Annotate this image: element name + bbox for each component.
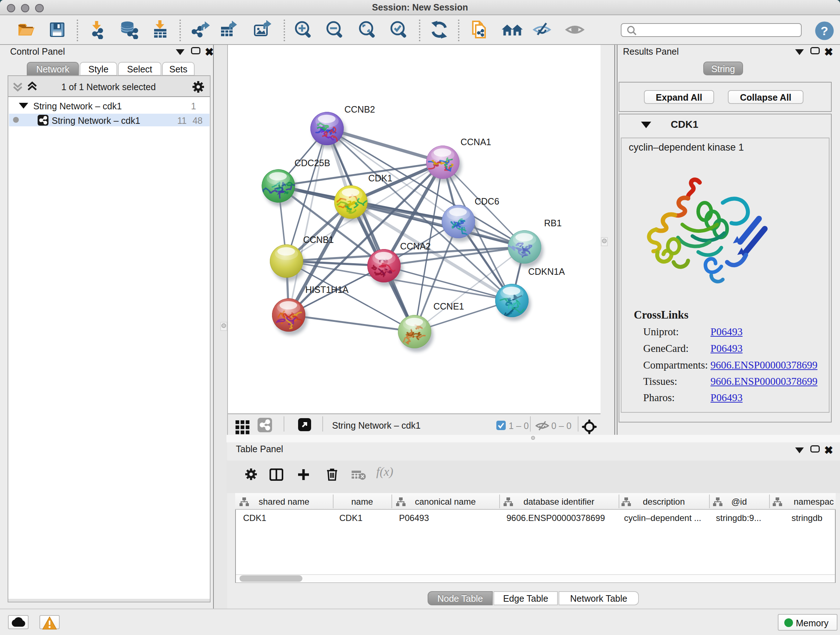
svg-text:CCNE1: CCNE1 <box>433 301 464 311</box>
svg-text:CDKN1A: CDKN1A <box>528 266 565 277</box>
svg-text:CCNB1: CCNB1 <box>303 234 334 245</box>
svg-text:CCNA2: CCNA2 <box>400 241 431 251</box>
svg-text:CDK1: CDK1 <box>368 173 393 183</box>
svg-text:CDC6: CDC6 <box>475 196 499 206</box>
svg-text:CDC25B: CDC25B <box>294 158 330 168</box>
svg-text:RB1: RB1 <box>544 218 562 228</box>
svg-text:CCNB2: CCNB2 <box>344 104 375 114</box>
svg-text:CCNA1: CCNA1 <box>461 137 491 147</box>
svg-text:HIST1H1A: HIST1H1A <box>305 285 349 295</box>
svg-text:?: ? <box>821 24 829 38</box>
